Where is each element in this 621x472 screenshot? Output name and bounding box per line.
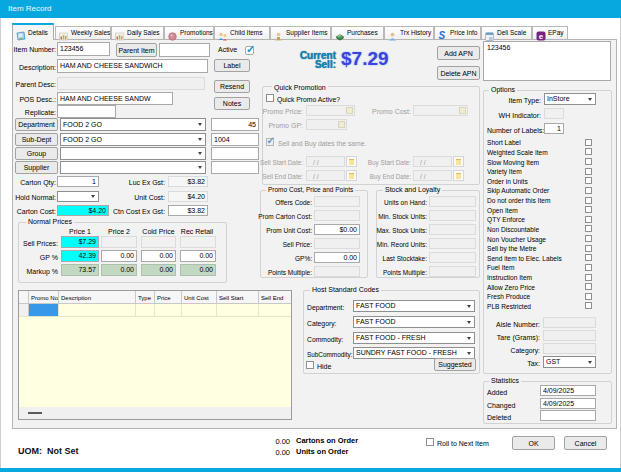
svg-text:S: S — [439, 31, 446, 41]
svg-text:e: e — [539, 32, 544, 41]
